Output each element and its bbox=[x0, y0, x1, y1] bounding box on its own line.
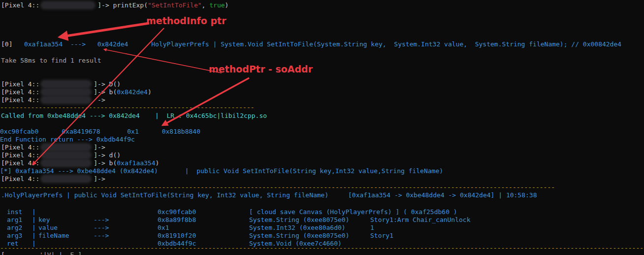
terminal-text: ]-> bbox=[94, 144, 105, 151]
prompt-line-D: [Pixel 4::]-> D() bbox=[1, 80, 121, 88]
search-result-line: [0] 0xaf1aa354 ---> 0x842de4 HolyPlayerP… bbox=[1, 40, 621, 48]
terminal-text: [Pixel 4:: bbox=[1, 151, 39, 159]
terminal-text: ]-> D() bbox=[94, 80, 121, 88]
terminal-text: ]-> d() bbox=[94, 151, 121, 159]
terminal-text: '|V| | E ] bbox=[39, 251, 82, 255]
terminal-text: , bbox=[202, 1, 210, 9]
separator-1: ----------------------------------------… bbox=[0, 104, 255, 111]
prompt-line-b-842de4: [Pixel 4::]-> b(0x842de4) bbox=[1, 88, 152, 96]
prompt-line-empty-3: [Pixel 4::]-> bbox=[1, 175, 105, 183]
terminal-text: ]-> bbox=[94, 175, 105, 182]
terminal-output[interactable]: [Pixel 4::]-> printExp("SetIntToFile", t… bbox=[0, 0, 644, 255]
search-stats-line: Take 58ms to find 1 result bbox=[1, 57, 101, 65]
terminal-text: ) bbox=[148, 88, 152, 96]
breakpoint-line: [*] 0xaf1aa354 ---> 0xbe48dde4 (0x842de4… bbox=[0, 167, 443, 175]
terminal-text: [ cloud save Canvas (HolyPlayerPrefs) ] … bbox=[249, 208, 457, 216]
redacted-device-id bbox=[41, 176, 91, 182]
terminal-text: fileName bbox=[38, 232, 69, 240]
terminal-text: inst bbox=[7, 208, 22, 216]
terminal-text: "SetIntToFile" bbox=[148, 1, 202, 9]
terminal-text: [Pixel 4:: bbox=[1, 144, 39, 151]
terminal-text: Story1:Arm Chair_canUnlock bbox=[370, 216, 471, 224]
terminal-text: ) bbox=[225, 1, 229, 9]
terminal-text: Take 58ms to find 1 result bbox=[1, 57, 101, 64]
terminal-text: | bbox=[32, 216, 36, 224]
terminal-text: System.String (0xee8075e0) bbox=[249, 216, 350, 224]
terminal-text: ----------------------------------------… bbox=[0, 244, 644, 252]
terminal-text: key bbox=[38, 216, 50, 224]
redacted-device-id bbox=[41, 144, 91, 150]
terminal-text: ]-> b( bbox=[94, 88, 117, 96]
terminal-text: | bbox=[32, 224, 36, 232]
terminal-text: ----------------------------------------… bbox=[0, 183, 555, 191]
terminal-text: arg3 bbox=[7, 232, 22, 240]
terminal-text: [0xaf1aa354 -> 0xbe48dde4 -> 0x842de4] |… bbox=[348, 191, 537, 199]
terminal-text: ----------------------------------------… bbox=[0, 104, 255, 111]
terminal-text: 0xc90fcab0 0xa8419678 0x1 0x818b8840 bbox=[0, 128, 200, 135]
terminal-text: true bbox=[209, 1, 225, 9]
terminal-text: End Function return ---> 0xbdb44f9c bbox=[0, 136, 135, 143]
terminal-text: Called from 0xbe48dde4 ---> 0x842de4 | L… bbox=[1, 112, 267, 119]
terminal-text: 0xc90fcab0 bbox=[158, 208, 196, 216]
terminal-text: [Pixel 4:: bbox=[1, 1, 39, 9]
redacted-device-id bbox=[41, 89, 91, 95]
terminal-text: ---> bbox=[94, 224, 109, 232]
terminal-text: 0x8a89f8b8 bbox=[158, 216, 196, 224]
prompt-line-printexp: [Pixel 4::]-> printExp("SetIntToFile", t… bbox=[1, 1, 228, 9]
prompt-line-b-af1aa354: [Pixel 4::]-> b(0xaf1aa354) bbox=[1, 159, 159, 167]
separator-3: ----------------------------------------… bbox=[0, 244, 644, 252]
terminal-text: 0x842de4 bbox=[117, 88, 148, 96]
redacted-device-id bbox=[41, 97, 91, 103]
terminal-text: [Pixel 4:: bbox=[1, 175, 39, 182]
terminal-text: [ bbox=[1, 251, 5, 255]
redacted-device-id bbox=[41, 160, 91, 166]
hook-header-line: .HolyPlayerPrefs | public Void SetIntToF… bbox=[1, 191, 328, 199]
terminal-text: 0xaf1aa354 bbox=[117, 159, 155, 167]
terminal-text: [Pixel 4:: bbox=[1, 96, 39, 104]
terminal-text: arg1 bbox=[7, 216, 22, 224]
terminal-text: [Pixel 4:: bbox=[1, 159, 39, 167]
terminal-text: | bbox=[32, 208, 36, 216]
end-function-line: End Function return ---> 0xbdb44f9c bbox=[0, 136, 135, 144]
terminal-text: ]-> b( bbox=[94, 159, 117, 167]
terminal-text: arg2 bbox=[7, 224, 22, 232]
terminal-text: System.Int32 (0xee80a6d0) bbox=[249, 224, 346, 232]
redacted-device-id bbox=[41, 81, 91, 87]
terminal-text: ---> bbox=[94, 232, 109, 240]
terminal-text: 0x81910f20 bbox=[158, 232, 196, 240]
prompt-line-d: [Pixel 4::]-> d() bbox=[1, 151, 121, 159]
terminal-text: .HolyPlayerPrefs | public Void SetIntToF… bbox=[1, 191, 328, 199]
redacted-device-id bbox=[41, 152, 91, 158]
terminal-text: -> bbox=[94, 96, 105, 104]
terminal-text: | bbox=[32, 232, 36, 240]
terminal-text: ]-> printExp( bbox=[97, 1, 148, 9]
clipped-bottom-line: ['|V| | E ] bbox=[1, 251, 5, 255]
terminal-text: ---> bbox=[94, 216, 109, 224]
terminal-text: 1 bbox=[370, 224, 374, 232]
redacted-device-id bbox=[41, 2, 95, 8]
terminal-text: ) bbox=[156, 159, 160, 167]
prompt-line-empty-1: [Pixel 4:: -> bbox=[1, 96, 105, 104]
terminal-text: Story1 bbox=[370, 232, 393, 240]
prompt-line-empty-2: [Pixel 4::]-> bbox=[1, 144, 105, 151]
terminal-text: value bbox=[38, 224, 58, 232]
terminal-text: [Pixel 4:: bbox=[1, 80, 39, 88]
separator-2: ----------------------------------------… bbox=[0, 183, 555, 191]
terminal-text: 0x1 bbox=[158, 224, 169, 232]
terminal-text: System.String (0xee8075e0) bbox=[249, 232, 350, 240]
called-from-line: Called from 0xbe48dde4 ---> 0x842de4 | L… bbox=[1, 112, 267, 120]
terminal-text: [Pixel 4:: bbox=[1, 88, 39, 96]
raw-args-line: 0xc90fcab0 0xa8419678 0x1 0x818b8840 bbox=[0, 128, 200, 136]
terminal-text: [0] bbox=[1, 40, 24, 48]
terminal-text: [*] 0xaf1aa354 ---> 0xbe48dde4 (0x842de4… bbox=[0, 167, 443, 175]
terminal-text: 0xaf1aa354 ---> 0x842de4 HolyPlayerPrefs… bbox=[24, 40, 621, 48]
